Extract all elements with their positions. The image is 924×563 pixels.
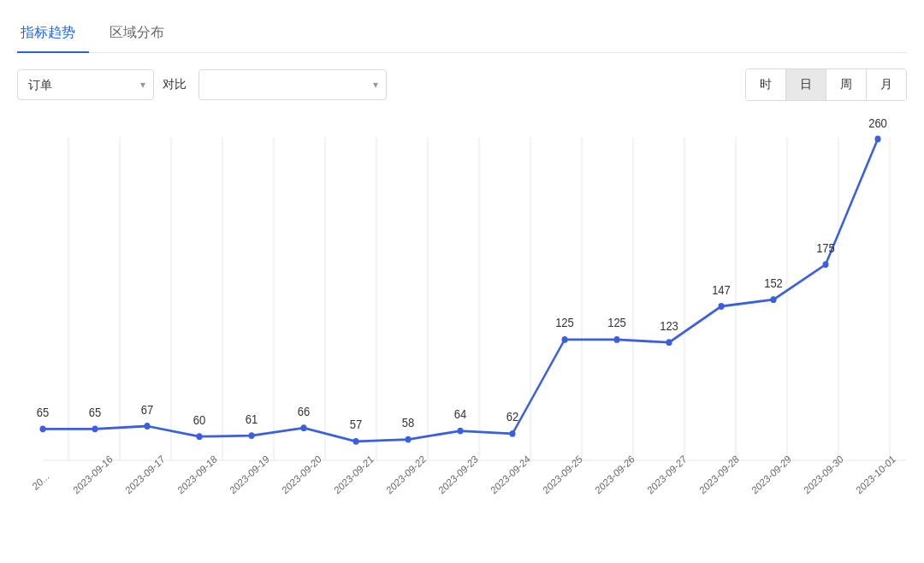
metric-select-wrapper: 订单 销售额 用户数 ▾ <box>17 69 154 100</box>
time-btn-day[interactable]: 日 <box>786 69 826 100</box>
value-label-9: 62 <box>506 411 518 424</box>
x-label-3: 2023-09-18 <box>175 453 219 496</box>
data-point-11 <box>614 336 620 343</box>
value-label-8: 64 <box>454 407 467 421</box>
data-point-1 <box>92 425 98 432</box>
data-point-5 <box>301 424 307 431</box>
x-label-5: 2023-09-20 <box>280 453 323 496</box>
value-label-11: 125 <box>607 317 626 330</box>
value-label-14: 152 <box>764 276 783 290</box>
data-point-7 <box>406 436 412 443</box>
tab-region-label: 区域分布 <box>110 25 164 39</box>
main-container: 指标趋势 区域分布 订单 销售额 用户数 ▾ 对比 ▾ 时 日 <box>0 0 924 563</box>
data-point-13 <box>719 303 725 310</box>
data-point-2 <box>145 423 151 430</box>
tab-bar: 指标趋势 区域分布 <box>17 17 907 53</box>
compare-select[interactable] <box>198 69 387 100</box>
time-btn-month[interactable]: 月 <box>867 69 906 100</box>
x-label-13: 2023-09-28 <box>697 453 741 496</box>
x-label-15: 2023-09-30 <box>802 453 845 496</box>
value-label-6: 57 <box>350 418 362 432</box>
x-label-14: 2023-09-29 <box>749 453 793 496</box>
x-label-1: 2023-09-16 <box>71 453 115 496</box>
value-label-4: 61 <box>246 412 258 426</box>
x-label-9: 2023-09-24 <box>489 453 532 496</box>
time-btn-hour[interactable]: 时 <box>746 69 786 100</box>
metric-select[interactable]: 订单 销售额 用户数 <box>17 69 154 100</box>
time-btn-week[interactable]: 周 <box>826 69 867 100</box>
data-point-0 <box>40 425 46 432</box>
data-point-9 <box>510 430 516 437</box>
x-label-10: 2023-09-25 <box>541 453 584 496</box>
value-label-15: 175 <box>816 241 835 255</box>
time-button-group: 时 日 周 月 <box>745 68 907 101</box>
x-label-2: 2023-09-17 <box>123 453 167 496</box>
tab-trend-label: 指标趋势 <box>21 25 75 39</box>
x-label-7: 2023-09-22 <box>384 453 428 496</box>
x-label-11: 2023-09-26 <box>593 453 637 496</box>
x-label-4: 2023-09-19 <box>228 453 271 496</box>
data-point-15 <box>823 261 829 268</box>
compare-select-wrapper: ▾ <box>198 69 387 100</box>
value-label-5: 66 <box>298 405 311 418</box>
data-point-14 <box>771 296 777 303</box>
value-label-7: 58 <box>402 416 415 430</box>
data-point-3 <box>197 433 203 440</box>
data-point-4 <box>249 432 255 439</box>
value-label-12: 123 <box>660 319 678 333</box>
line-chart: 65 65 67 60 61 66 57 58 64 62 125 125 12… <box>17 118 907 546</box>
value-label-0: 65 <box>37 406 50 419</box>
chart-area: 65 65 67 60 61 66 57 58 64 62 125 125 12… <box>17 118 907 546</box>
value-label-3: 60 <box>193 413 206 427</box>
x-label-6: 2023-09-21 <box>332 453 376 496</box>
tab-trend[interactable]: 指标趋势 <box>17 17 89 52</box>
compare-label: 对比 <box>163 77 187 92</box>
data-point-12 <box>666 339 672 346</box>
data-point-8 <box>458 428 464 435</box>
data-point-6 <box>353 438 359 445</box>
x-label-12: 2023-09-27 <box>645 453 689 496</box>
chart-line <box>43 139 878 441</box>
data-point-16 <box>875 136 881 143</box>
x-label-16: 2023-10-01 <box>854 453 897 496</box>
value-label-16: 260 <box>868 118 887 130</box>
x-label-8: 2023-09-23 <box>436 453 480 496</box>
value-label-1: 65 <box>89 406 102 419</box>
tab-region[interactable]: 区域分布 <box>106 17 178 52</box>
value-label-10: 125 <box>555 317 574 330</box>
value-label-13: 147 <box>712 283 731 297</box>
controls-row: 订单 销售额 用户数 ▾ 对比 ▾ 时 日 周 月 <box>17 68 907 101</box>
value-label-2: 67 <box>141 403 153 417</box>
data-point-10 <box>562 336 568 343</box>
x-label-0: 20... <box>30 470 50 492</box>
